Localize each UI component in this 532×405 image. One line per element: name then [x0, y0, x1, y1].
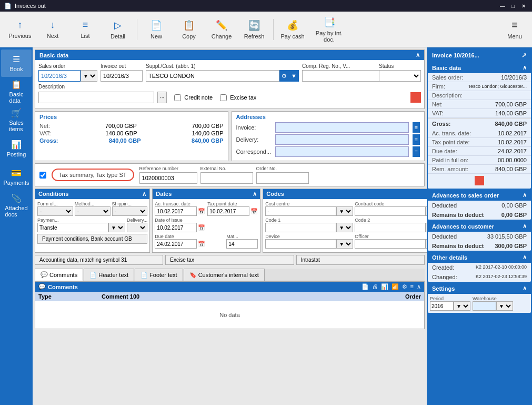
- menu-button[interactable]: ≡ Menu: [501, 14, 528, 45]
- cost-centre-input[interactable]: [265, 206, 336, 216]
- rp-period-input[interactable]: [430, 301, 454, 311]
- add-comment-icon[interactable]: 📄: [362, 283, 369, 290]
- ref-number-input[interactable]: [139, 172, 197, 184]
- next-button[interactable]: ↓ Next: [37, 14, 68, 45]
- sales-order-input[interactable]: [38, 70, 81, 82]
- contract-code-group: Contract code ▼: [355, 201, 427, 216]
- previous-button[interactable]: ↑ Previous: [4, 14, 36, 45]
- description-input[interactable]: [38, 92, 154, 103]
- delivery-select[interactable]: [127, 223, 147, 232]
- new-button[interactable]: 📄 New: [140, 14, 172, 45]
- device-input[interactable]: [265, 239, 336, 249]
- ac-transac-cal-icon[interactable]: 📅: [198, 208, 205, 215]
- contract-code-input[interactable]: [355, 206, 426, 216]
- rp-period-dropdown[interactable]: ▼: [454, 301, 470, 311]
- detail-button[interactable]: ▷ Detail: [102, 14, 134, 45]
- right-panel-external-icon[interactable]: ↗: [521, 52, 527, 59]
- list-button[interactable]: ≡ List: [69, 14, 101, 45]
- minimize-button[interactable]: —: [498, 2, 507, 10]
- officer-input[interactable]: [355, 239, 426, 249]
- menu-comment-icon[interactable]: ≡: [410, 283, 414, 290]
- rp-warehouse-dropdown[interactable]: ▼: [496, 301, 513, 311]
- sidebar-item-posting[interactable]: 📊 Posting: [1, 135, 32, 162]
- sidebar-item-payments[interactable]: 💳 Payments: [1, 163, 32, 191]
- rp-advances-sales-collapse[interactable]: ∧: [523, 192, 527, 199]
- refresh-button[interactable]: 🔄 Refresh: [238, 14, 270, 45]
- intrastat-btn[interactable]: Intrastat: [296, 255, 425, 265]
- new-label: New: [150, 33, 162, 39]
- comp-reg-input[interactable]: [302, 70, 380, 82]
- tab-comments-label: Comments: [49, 272, 77, 278]
- tax-point-cal-icon[interactable]: 📅: [250, 208, 258, 215]
- due-date-cal-icon[interactable]: 📅: [198, 241, 205, 248]
- shipping-select[interactable]: -: [112, 206, 148, 216]
- code1-input[interactable]: [265, 223, 336, 232]
- print-comment-icon[interactable]: 🖨: [372, 283, 378, 290]
- device-dropdown[interactable]: ▼: [336, 239, 353, 249]
- next-label: Next: [47, 33, 59, 39]
- accounting-btn[interactable]: Accounting data, matching symbol 31: [35, 255, 163, 265]
- rp-other-details-collapse[interactable]: ∧: [523, 254, 527, 261]
- tab-footer-text[interactable]: 📄 Footer text: [135, 269, 183, 281]
- sidebar-item-book[interactable]: ☰ Book: [1, 50, 32, 77]
- rp-basic-data-collapse[interactable]: ∧: [523, 64, 527, 71]
- tab-customers-internal-text[interactable]: 🔖 Customer's internal text: [184, 269, 265, 281]
- credit-note-checkbox[interactable]: [174, 94, 181, 101]
- chart-comment-icon[interactable]: 📊: [381, 283, 388, 290]
- method-select[interactable]: -: [75, 206, 111, 216]
- sidebar-item-basic-data[interactable]: 📋 Basicdata: [1, 78, 32, 105]
- list-label: List: [81, 33, 89, 39]
- code1-dropdown[interactable]: ▼: [336, 223, 353, 232]
- description-expand-btn[interactable]: ···: [157, 92, 167, 103]
- date-issue-cal-icon[interactable]: 📅: [198, 224, 205, 231]
- cost-centre-dropdown[interactable]: ▼: [336, 206, 353, 216]
- sidebar-item-sales-items[interactable]: 🛒 Salesitems: [1, 106, 32, 134]
- due-date-input[interactable]: [155, 239, 197, 249]
- excise-tax-checkbox[interactable]: [220, 94, 227, 101]
- payment-conditions-btn[interactable]: Payment conditions, Bank account GB: [37, 234, 147, 244]
- collapse-comment-icon[interactable]: ∧: [417, 283, 421, 290]
- rp-settings-collapse[interactable]: ∧: [523, 285, 527, 292]
- close-button[interactable]: ✕: [519, 2, 528, 10]
- tab-comments[interactable]: 💬 Comments: [35, 269, 83, 281]
- payment-input[interactable]: [37, 223, 108, 232]
- code2-input[interactable]: [355, 223, 426, 232]
- maximize-button[interactable]: □: [509, 2, 517, 10]
- sales-order-dropdown[interactable]: ▼: [81, 70, 97, 82]
- rp-warehouse-input[interactable]: [473, 301, 496, 311]
- excise-tax-btn[interactable]: Excise tax: [165, 255, 294, 265]
- pay-int-doc-button[interactable]: 📑 Pay by int. doc.: [309, 14, 349, 45]
- basic-data-collapse-icon[interactable]: ∧: [416, 52, 420, 58]
- suppl-cust-input[interactable]: [146, 70, 279, 82]
- correspond-address-btn[interactable]: ≡: [413, 146, 420, 157]
- invoice-address-btn[interactable]: ≡: [413, 122, 420, 133]
- form-of-select[interactable]: -: [37, 206, 73, 216]
- suppl-cust-pick-btn[interactable]: ⚙: [279, 70, 289, 82]
- mat-input[interactable]: [226, 239, 258, 249]
- pay-cash-button[interactable]: 💰 Pay cash: [277, 14, 308, 45]
- delivery-address-btn[interactable]: ≡: [413, 134, 420, 145]
- ac-transac-input[interactable]: [155, 206, 197, 216]
- order-no-input[interactable]: [256, 172, 309, 184]
- dates-collapse[interactable]: ∧: [253, 191, 257, 197]
- change-button[interactable]: ✏️ Change: [206, 14, 237, 45]
- delivery-label: Delivery...: [127, 218, 147, 223]
- rp-advances-customer-collapse[interactable]: ∧: [523, 223, 527, 230]
- rp-description-row: Description:: [428, 91, 531, 100]
- status-select[interactable]: [379, 70, 421, 82]
- tab-header-text[interactable]: 📄 Header text: [84, 269, 134, 281]
- payment-dropdown[interactable]: ▼: [108, 223, 125, 232]
- invoice-out-input[interactable]: [101, 70, 143, 82]
- tax-summary-checkbox[interactable]: [39, 172, 46, 179]
- suppl-cust-dropdown-btn[interactable]: ▼: [289, 70, 299, 82]
- date-issue-input[interactable]: [155, 223, 197, 232]
- external-no-input[interactable]: [200, 172, 253, 184]
- tax-point-input[interactable]: [207, 206, 249, 216]
- barcode-comment-icon[interactable]: 📶: [392, 283, 399, 290]
- conditions-collapse[interactable]: ∧: [142, 191, 146, 197]
- gear-comment-icon[interactable]: ⚙: [402, 283, 407, 290]
- copy-button[interactable]: 📋 Copy: [173, 14, 205, 45]
- sidebar-item-attached-docs[interactable]: 📎 Attacheddocs: [1, 192, 32, 219]
- rp-gross-label: Gross:: [432, 121, 450, 127]
- rp-advances-sales-remains: Remains to deduct 0,00 GBP: [428, 210, 531, 220]
